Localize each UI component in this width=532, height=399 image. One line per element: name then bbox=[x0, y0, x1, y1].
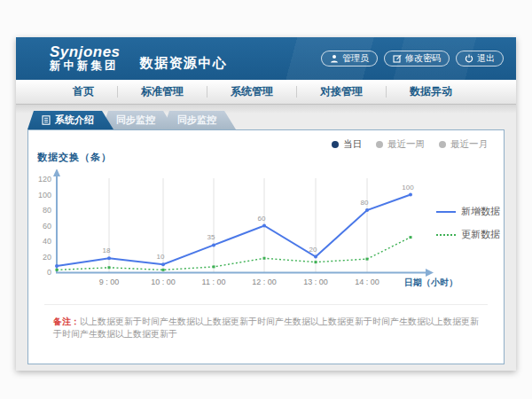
button-label: 管理员 bbox=[342, 52, 369, 65]
point-label: 80 bbox=[361, 199, 369, 207]
document-icon bbox=[42, 115, 51, 125]
point-label: 35 bbox=[207, 233, 215, 241]
x-axis-title: 日期（小时） bbox=[404, 278, 458, 287]
line-chart: 0204060801001209 : 0010 : 0011 : 0012 : … bbox=[28, 169, 505, 295]
data-point bbox=[365, 208, 369, 212]
nav-item[interactable]: 系统管理 bbox=[207, 80, 296, 104]
radio-label: 最近一月 bbox=[450, 138, 488, 151]
brand-logo-text: Synjones bbox=[50, 44, 121, 61]
tab[interactable]: 同步监控 bbox=[163, 111, 236, 129]
point-label: 60 bbox=[258, 215, 266, 223]
x-axis-arrow-icon bbox=[426, 269, 434, 277]
x-tick-label: 9 : 00 bbox=[99, 278, 120, 286]
tab-label: 系统介绍 bbox=[55, 113, 94, 127]
data-point bbox=[162, 269, 165, 271]
edit-icon bbox=[393, 54, 402, 63]
data-point bbox=[108, 266, 111, 269]
data-point bbox=[107, 256, 111, 260]
x-tick-label: 12 : 00 bbox=[252, 278, 277, 286]
point-label: 100 bbox=[402, 184, 414, 192]
legend-label: 新增数据 bbox=[461, 205, 500, 218]
legend-label: 更新数据 bbox=[461, 228, 500, 241]
radio-option[interactable]: 当日 bbox=[332, 138, 362, 151]
logout-button[interactable]: 退出 bbox=[456, 51, 504, 66]
admin-user-button[interactable]: 管理员 bbox=[321, 51, 378, 66]
footnote-text: 以上数据更新于时间产生数据以上数据更新于时间产生数据以上数据更新于时间产生数据以… bbox=[53, 317, 479, 339]
nav-item[interactable]: 对接管理 bbox=[297, 80, 386, 104]
dotted-line-swatch-icon bbox=[436, 234, 456, 236]
legend-item: 新增数据 bbox=[436, 205, 500, 218]
y-tick-label: 80 bbox=[43, 206, 51, 215]
tab-label: 同步监控 bbox=[116, 113, 155, 127]
y-tick-label: 20 bbox=[43, 253, 51, 262]
x-tick-label: 11 : 00 bbox=[202, 278, 226, 286]
radio-dot-icon bbox=[332, 141, 339, 148]
data-point bbox=[409, 193, 412, 197]
tab-label: 同步监控 bbox=[177, 113, 216, 127]
tab-bar: 系统介绍同步监控同步监控 bbox=[27, 111, 224, 129]
y-tick-label: 100 bbox=[38, 191, 51, 200]
radio-label: 当日 bbox=[343, 138, 362, 151]
chart-panel: 当日最近一周最近一月 数据交换（条） 0204060801001209 : 00… bbox=[27, 129, 505, 364]
data-point bbox=[262, 224, 266, 228]
point-label: 18 bbox=[103, 246, 111, 254]
y-axis-arrow-icon bbox=[53, 169, 60, 176]
app-window: Synjones 新中新集团 数据资源中心 管理员修改密码退出 首页标准管理系统… bbox=[16, 37, 516, 371]
data-point bbox=[366, 258, 369, 261]
x-tick-label: 13 : 00 bbox=[303, 278, 328, 286]
x-tick-label: 14 : 00 bbox=[355, 278, 379, 286]
x-tick-label: 10 : 00 bbox=[151, 278, 176, 286]
app-title: 数据资源中心 bbox=[140, 55, 228, 72]
y-tick-label: 0 bbox=[47, 268, 51, 277]
data-point bbox=[315, 261, 317, 263]
series-line-new-data bbox=[57, 195, 411, 267]
time-range-options: 当日最近一周最近一月 bbox=[332, 138, 488, 151]
radio-dot-icon bbox=[376, 141, 383, 148]
y-tick-label: 120 bbox=[38, 175, 51, 184]
nav-item[interactable]: 数据异动 bbox=[387, 80, 475, 104]
app-header: Synjones 新中新集团 数据资源中心 管理员修改密码退出 bbox=[16, 37, 516, 80]
data-point bbox=[314, 255, 317, 259]
user-icon bbox=[330, 54, 339, 63]
power-icon bbox=[465, 54, 473, 63]
nav-item[interactable]: 首页 bbox=[50, 80, 117, 104]
data-point bbox=[55, 264, 59, 268]
footnote: 备注：以上数据更新于时间产生数据以上数据更新于时间产生数据以上数据更新于时间产生… bbox=[53, 316, 486, 340]
change-password-button[interactable]: 修改密码 bbox=[384, 51, 450, 66]
y-tick-label: 60 bbox=[43, 222, 51, 231]
point-label: 20 bbox=[309, 246, 317, 254]
radio-option[interactable]: 最近一周 bbox=[376, 138, 425, 151]
tab[interactable]: 同步监控 bbox=[102, 111, 175, 129]
content-area: 系统介绍同步监控同步监控 当日最近一周最近一月 数据交换（条） 02040608… bbox=[16, 105, 516, 370]
data-point bbox=[410, 236, 412, 239]
nav-item[interactable]: 标准管理 bbox=[118, 80, 207, 104]
data-point bbox=[56, 269, 59, 271]
radio-option[interactable]: 最近一月 bbox=[439, 138, 488, 151]
brand-logo: Synjones 新中新集团 bbox=[50, 44, 121, 73]
header-actions: 管理员修改密码退出 bbox=[321, 51, 504, 66]
y-tick-label: 40 bbox=[43, 237, 51, 246]
data-point bbox=[213, 265, 215, 268]
data-point bbox=[212, 243, 215, 246]
button-label: 修改密码 bbox=[405, 52, 441, 65]
brand-logo-subtext: 新中新集团 bbox=[50, 60, 121, 73]
divider bbox=[44, 304, 488, 305]
main-nav: 首页标准管理系统管理对接管理数据异动 bbox=[16, 80, 516, 105]
footnote-label: 备注： bbox=[53, 317, 80, 326]
legend-item: 更新数据 bbox=[436, 228, 500, 241]
point-label: 10 bbox=[157, 253, 165, 261]
data-point bbox=[263, 257, 266, 260]
y-axis-title: 数据交换（条） bbox=[37, 151, 112, 164]
chart-legend: 新增数据更新数据 bbox=[436, 205, 500, 241]
button-label: 退出 bbox=[477, 52, 495, 65]
radio-label: 最近一周 bbox=[387, 138, 425, 151]
solid-line-swatch-icon bbox=[436, 211, 456, 213]
tab-active[interactable]: 系统介绍 bbox=[27, 111, 113, 129]
data-point bbox=[161, 262, 165, 266]
radio-dot-icon bbox=[439, 141, 446, 148]
